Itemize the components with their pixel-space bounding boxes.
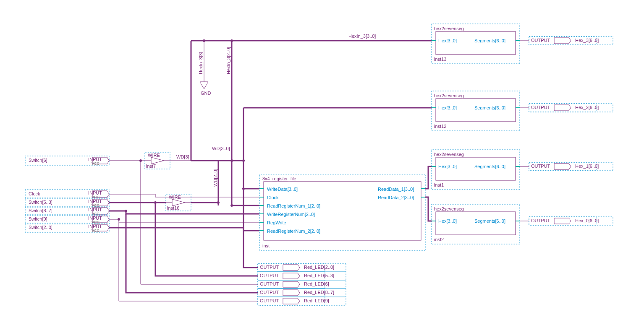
svg-text:Segments[6..0]: Segments[6..0]: [474, 38, 505, 43]
svg-text:Red_LED[2..0]: Red_LED[2..0]: [304, 265, 334, 270]
svg-text:hex2sevenseg: hex2sevenseg: [434, 206, 464, 211]
wire-block-inst7: WIRE inst7: [145, 152, 170, 169]
output-hex0: OUTPUT Hex_0[6..0]: [529, 217, 613, 225]
svg-text:Switch[8..7]: Switch[8..7]: [29, 208, 52, 213]
output-led1: OUTPUT Red_LED[5..3]: [258, 272, 346, 280]
svg-point-102: [230, 204, 233, 207]
net-wd20: WD[2..0]: [213, 169, 218, 187]
svg-text:Hex[3..0]: Hex[3..0]: [438, 164, 457, 169]
bus-wrn: [109, 211, 259, 214]
output-led0: OUTPUT Red_LED[2..0]: [258, 263, 346, 272]
hexseg-inst12: hex2sevenseg Hex[3..0] Segments[6..0] in…: [432, 91, 520, 131]
svg-text:Hex_3[6..0]: Hex_3[6..0]: [575, 38, 599, 43]
svg-text:VCC: VCC: [92, 229, 100, 233]
output-led2: OUTPUT Red_LED[6]: [258, 280, 346, 289]
svg-text:inst1: inst1: [434, 182, 444, 187]
net-hexin3-3: HexIn_3[3]: [198, 52, 203, 74]
svg-text:ReadData_2[3..0]: ReadData_2[3..0]: [378, 195, 414, 200]
svg-text:inst: inst: [262, 243, 270, 248]
output-hex3: OUTPUT Hex_3[6..0]: [529, 36, 613, 45]
svg-text:inst2: inst2: [434, 237, 444, 242]
rf-in-2: ReadRegisterNum_1[2..0]: [259, 203, 320, 208]
wire-led4: [119, 222, 258, 301]
svg-text:Segments[6..0]: Segments[6..0]: [474, 164, 505, 169]
bus-rrn2: [109, 228, 259, 231]
svg-text:inst13: inst13: [434, 57, 446, 62]
svg-text:hex2sevenseg: hex2sevenseg: [434, 93, 464, 98]
svg-text:Clock: Clock: [29, 191, 40, 196]
svg-text:Red_LED[5..3]: Red_LED[5..3]: [304, 273, 334, 278]
net-hexin3-20: HexIn_3[2..0]: [226, 47, 231, 74]
svg-point-95: [203, 39, 205, 42]
wire-block-inst16: WIRE inst16: [166, 194, 191, 211]
svg-text:WriteData[3..0]: WriteData[3..0]: [267, 187, 298, 192]
svg-point-100: [217, 201, 220, 204]
svg-text:inst7: inst7: [146, 164, 156, 169]
net-wd30: WD[3..0]: [212, 146, 230, 151]
svg-text:OUTPUT: OUTPUT: [531, 164, 550, 169]
output-led4: OUTPUT Red_LED[9]: [258, 297, 346, 305]
rf-in-3: WriteRegisterNum[2..0]: [259, 212, 315, 217]
schematic-canvas: Switch[6] INPUT VCC Clock INPUT VCC Swit…: [0, 0, 644, 312]
gnd-symbol: GND: [200, 75, 211, 96]
svg-text:Switch[5..3]: Switch[5..3]: [29, 200, 52, 205]
hexseg-inst1: hex2sevenseg Hex[3..0] Segments[6..0] in…: [432, 150, 520, 190]
svg-text:Segments[6..0]: Segments[6..0]: [474, 218, 505, 224]
rf-in-1: Clock: [259, 195, 279, 200]
svg-text:RegWrite: RegWrite: [267, 220, 286, 225]
svg-text:Hex_0[6..0]: Hex_0[6..0]: [575, 218, 599, 223]
wire-regwrite: [109, 219, 259, 222]
bus-rd2: [425, 197, 432, 221]
svg-text:VCC: VCC: [92, 161, 100, 166]
bus-rd1: [425, 166, 432, 189]
svg-text:OUTPUT: OUTPUT: [260, 265, 279, 270]
rf-in-5: ReadRegisterNum_2[2..0]: [259, 229, 320, 234]
svg-text:hex2sevenseg: hex2sevenseg: [434, 26, 464, 31]
svg-text:OUTPUT: OUTPUT: [531, 38, 550, 43]
svg-text:Hex_2[6..0]: Hex_2[6..0]: [575, 105, 599, 110]
svg-text:ReadData_1[3..0]: ReadData_1[3..0]: [378, 187, 414, 192]
svg-text:WriteRegisterNum[2..0]: WriteRegisterNum[2..0]: [267, 212, 315, 217]
output-hex1: OUTPUT Hex_1[6..0]: [529, 162, 613, 171]
svg-text:8x4_register_file: 8x4_register_file: [262, 176, 296, 181]
svg-text:GND: GND: [201, 91, 211, 96]
svg-text:OUTPUT: OUTPUT: [260, 290, 279, 295]
svg-text:Red_LED[9]: Red_LED[9]: [304, 298, 329, 303]
label: Switch[6]: [29, 158, 47, 163]
svg-text:hex2sevenseg: hex2sevenseg: [434, 152, 464, 157]
register-file-block: 8x4_register_file inst WriteData[3..0] C…: [259, 175, 425, 250]
svg-text:Hex[3..0]: Hex[3..0]: [438, 105, 457, 110]
svg-point-105: [154, 201, 157, 204]
svg-point-96: [230, 39, 233, 42]
svg-text:ReadRegisterNum_1[2..0]: ReadRegisterNum_1[2..0]: [267, 203, 320, 208]
svg-text:OUTPUT: OUTPUT: [260, 298, 279, 303]
hexseg-inst13: hex2sevenseg Hex[3..0] Segments[6..0] in…: [432, 24, 520, 64]
svg-text:Switch[9]: Switch[9]: [29, 216, 47, 221]
svg-text:Segments[6..0]: Segments[6..0]: [474, 105, 505, 110]
wire-clock: [109, 194, 259, 197]
output-hex2: OUTPUT Hex_2[6..0]: [529, 104, 613, 112]
net-wd3: WD[3]: [176, 154, 189, 159]
input-switch20: Switch[2..0] INPUT VCC: [25, 223, 109, 233]
svg-text:Red_LED[8..7]: Red_LED[8..7]: [304, 290, 334, 295]
svg-text:OUTPUT: OUTPUT: [531, 105, 550, 110]
svg-text:Switch[2..0]: Switch[2..0]: [29, 225, 52, 230]
input-switch6: Switch[6] INPUT VCC: [25, 156, 109, 166]
svg-text:Hex[3..0]: Hex[3..0]: [438, 38, 457, 43]
svg-point-104: [118, 218, 120, 221]
svg-point-103: [125, 210, 127, 212]
output-led3: OUTPUT Red_LED[8..7]: [258, 289, 346, 297]
svg-text:OUTPUT: OUTPUT: [531, 218, 550, 223]
bus-led3: [126, 214, 258, 293]
hexseg-inst2: hex2sevenseg Hex[3..0] Segments[6..0] in…: [432, 204, 520, 244]
svg-text:inst16: inst16: [167, 205, 179, 211]
svg-text:OUTPUT: OUTPUT: [260, 273, 279, 278]
svg-text:Clock: Clock: [267, 195, 279, 200]
net-hexin3-30: HexIn_3[3..0]: [348, 34, 376, 39]
svg-text:Red_LED[6]: Red_LED[6]: [304, 281, 329, 286]
svg-text:ReadRegisterNum_2[2..0]: ReadRegisterNum_2[2..0]: [267, 229, 320, 234]
svg-text:Hex[3..0]: Hex[3..0]: [438, 218, 457, 224]
svg-text:OUTPUT: OUTPUT: [260, 281, 279, 286]
svg-text:Hex_1[6..0]: Hex_1[6..0]: [575, 164, 599, 169]
svg-text:WIRE: WIRE: [148, 153, 160, 158]
